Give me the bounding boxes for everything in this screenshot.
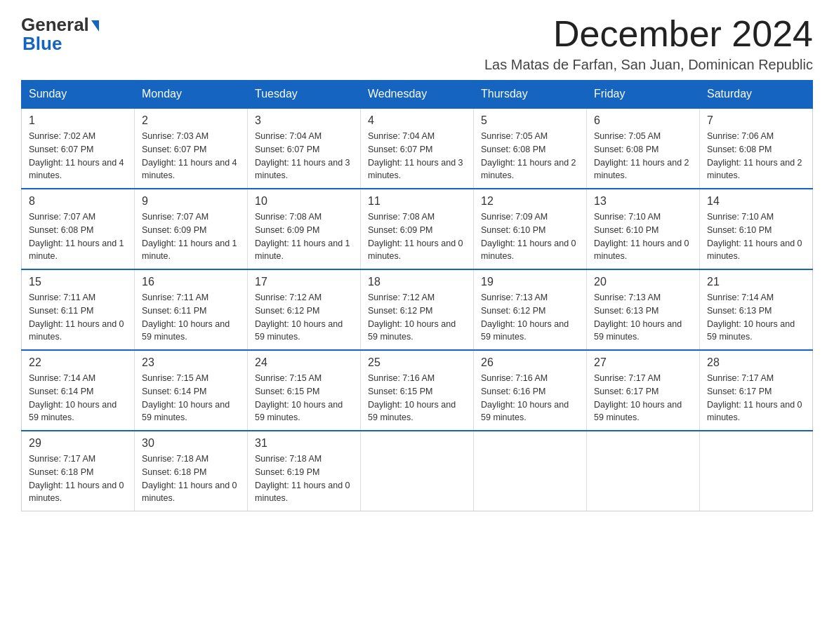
calendar-day-cell: 14 Sunrise: 7:10 AMSunset: 6:10 PMDaylig… <box>700 189 813 269</box>
calendar-day-cell: 12 Sunrise: 7:09 AMSunset: 6:10 PMDaylig… <box>474 189 587 269</box>
calendar-day-cell <box>700 431 813 511</box>
day-number: 28 <box>707 356 805 369</box>
day-number: 10 <box>255 195 353 208</box>
calendar-day-cell: 11 Sunrise: 7:08 AMSunset: 6:09 PMDaylig… <box>361 189 474 269</box>
day-number: 2 <box>142 114 240 127</box>
column-header-friday: Friday <box>587 81 700 109</box>
calendar-day-cell: 16 Sunrise: 7:11 AMSunset: 6:11 PMDaylig… <box>135 269 248 350</box>
day-info: Sunrise: 7:17 AMSunset: 6:17 PMDaylight:… <box>707 372 805 424</box>
column-header-sunday: Sunday <box>22 81 135 109</box>
day-info: Sunrise: 7:17 AMSunset: 6:18 PMDaylight:… <box>29 452 127 505</box>
calendar-day-cell: 27 Sunrise: 7:17 AMSunset: 6:17 PMDaylig… <box>587 350 700 431</box>
day-info: Sunrise: 7:02 AMSunset: 6:07 PMDaylight:… <box>29 130 127 182</box>
day-number: 4 <box>368 114 466 127</box>
day-number: 26 <box>481 356 579 369</box>
day-number: 30 <box>142 437 240 450</box>
page-title: December 2024 <box>484 14 813 54</box>
day-info: Sunrise: 7:09 AMSunset: 6:10 PMDaylight:… <box>481 210 579 263</box>
day-info: Sunrise: 7:04 AMSunset: 6:07 PMDaylight:… <box>368 130 466 182</box>
day-info: Sunrise: 7:05 AMSunset: 6:08 PMDaylight:… <box>594 130 692 182</box>
day-number: 17 <box>255 276 353 288</box>
day-info: Sunrise: 7:14 AMSunset: 6:13 PMDaylight:… <box>707 291 805 344</box>
day-number: 19 <box>481 276 579 288</box>
day-info: Sunrise: 7:16 AMSunset: 6:16 PMDaylight:… <box>481 372 579 424</box>
calendar-day-cell: 30 Sunrise: 7:18 AMSunset: 6:18 PMDaylig… <box>135 431 248 511</box>
calendar-day-cell: 9 Sunrise: 7:07 AMSunset: 6:09 PMDayligh… <box>135 189 248 269</box>
calendar-day-cell: 25 Sunrise: 7:16 AMSunset: 6:15 PMDaylig… <box>361 350 474 431</box>
calendar-day-cell: 31 Sunrise: 7:18 AMSunset: 6:19 PMDaylig… <box>248 431 361 511</box>
day-info: Sunrise: 7:06 AMSunset: 6:08 PMDaylight:… <box>707 130 805 182</box>
day-number: 21 <box>707 276 805 288</box>
header: General Blue December 2024 Las Matas de … <box>21 14 813 73</box>
day-info: Sunrise: 7:11 AMSunset: 6:11 PMDaylight:… <box>142 291 240 344</box>
day-number: 12 <box>481 195 579 208</box>
calendar-day-cell <box>474 431 587 511</box>
day-number: 11 <box>368 195 466 208</box>
day-info: Sunrise: 7:13 AMSunset: 6:12 PMDaylight:… <box>481 291 579 344</box>
calendar-day-cell: 28 Sunrise: 7:17 AMSunset: 6:17 PMDaylig… <box>700 350 813 431</box>
title-area: December 2024 Las Matas de Farfan, San J… <box>484 14 813 73</box>
day-info: Sunrise: 7:04 AMSunset: 6:07 PMDaylight:… <box>255 130 353 182</box>
day-info: Sunrise: 7:10 AMSunset: 6:10 PMDaylight:… <box>594 210 692 263</box>
column-header-monday: Monday <box>135 81 248 109</box>
day-info: Sunrise: 7:13 AMSunset: 6:13 PMDaylight:… <box>594 291 692 344</box>
day-number: 22 <box>29 356 127 369</box>
day-info: Sunrise: 7:18 AMSunset: 6:19 PMDaylight:… <box>255 452 353 505</box>
calendar-day-cell <box>587 431 700 511</box>
day-number: 18 <box>368 276 466 288</box>
day-number: 6 <box>594 114 692 127</box>
day-number: 23 <box>142 356 240 369</box>
calendar-week-row: 22 Sunrise: 7:14 AMSunset: 6:14 PMDaylig… <box>22 350 813 431</box>
day-info: Sunrise: 7:17 AMSunset: 6:17 PMDaylight:… <box>594 372 692 424</box>
day-number: 24 <box>255 356 353 369</box>
day-number: 13 <box>594 195 692 208</box>
calendar-week-row: 1 Sunrise: 7:02 AMSunset: 6:07 PMDayligh… <box>22 108 813 189</box>
calendar-day-cell: 13 Sunrise: 7:10 AMSunset: 6:10 PMDaylig… <box>587 189 700 269</box>
day-info: Sunrise: 7:08 AMSunset: 6:09 PMDaylight:… <box>255 210 353 263</box>
day-number: 29 <box>29 437 127 450</box>
calendar-day-cell: 19 Sunrise: 7:13 AMSunset: 6:12 PMDaylig… <box>474 269 587 350</box>
calendar-day-cell: 17 Sunrise: 7:12 AMSunset: 6:12 PMDaylig… <box>248 269 361 350</box>
day-number: 7 <box>707 114 805 127</box>
day-info: Sunrise: 7:07 AMSunset: 6:08 PMDaylight:… <box>29 210 127 263</box>
calendar-day-cell: 10 Sunrise: 7:08 AMSunset: 6:09 PMDaylig… <box>248 189 361 269</box>
calendar-day-cell: 24 Sunrise: 7:15 AMSunset: 6:15 PMDaylig… <box>248 350 361 431</box>
day-info: Sunrise: 7:08 AMSunset: 6:09 PMDaylight:… <box>368 210 466 263</box>
day-info: Sunrise: 7:15 AMSunset: 6:14 PMDaylight:… <box>142 372 240 424</box>
column-header-thursday: Thursday <box>474 81 587 109</box>
calendar-day-cell: 3 Sunrise: 7:04 AMSunset: 6:07 PMDayligh… <box>248 108 361 189</box>
day-info: Sunrise: 7:12 AMSunset: 6:12 PMDaylight:… <box>255 291 353 344</box>
day-info: Sunrise: 7:10 AMSunset: 6:10 PMDaylight:… <box>707 210 805 263</box>
calendar-day-cell: 7 Sunrise: 7:06 AMSunset: 6:08 PMDayligh… <box>700 108 813 189</box>
column-header-wednesday: Wednesday <box>361 81 474 109</box>
day-info: Sunrise: 7:12 AMSunset: 6:12 PMDaylight:… <box>368 291 466 344</box>
day-number: 15 <box>29 276 127 288</box>
day-info: Sunrise: 7:16 AMSunset: 6:15 PMDaylight:… <box>368 372 466 424</box>
calendar-day-cell: 20 Sunrise: 7:13 AMSunset: 6:13 PMDaylig… <box>587 269 700 350</box>
calendar-day-cell: 29 Sunrise: 7:17 AMSunset: 6:18 PMDaylig… <box>22 431 135 511</box>
day-number: 8 <box>29 195 127 208</box>
day-number: 20 <box>594 276 692 288</box>
day-info: Sunrise: 7:07 AMSunset: 6:09 PMDaylight:… <box>142 210 240 263</box>
day-number: 9 <box>142 195 240 208</box>
calendar-day-cell: 26 Sunrise: 7:16 AMSunset: 6:16 PMDaylig… <box>474 350 587 431</box>
logo-triangle-icon <box>91 20 99 32</box>
calendar-day-cell: 18 Sunrise: 7:12 AMSunset: 6:12 PMDaylig… <box>361 269 474 350</box>
calendar-day-cell: 8 Sunrise: 7:07 AMSunset: 6:08 PMDayligh… <box>22 189 135 269</box>
day-info: Sunrise: 7:15 AMSunset: 6:15 PMDaylight:… <box>255 372 353 424</box>
calendar-table: SundayMondayTuesdayWednesdayThursdayFrid… <box>21 80 813 511</box>
calendar-day-cell: 2 Sunrise: 7:03 AMSunset: 6:07 PMDayligh… <box>135 108 248 189</box>
page-subtitle: Las Matas de Farfan, San Juan, Dominican… <box>484 57 813 73</box>
day-info: Sunrise: 7:03 AMSunset: 6:07 PMDaylight:… <box>142 130 240 182</box>
calendar-day-cell <box>361 431 474 511</box>
logo-blue-text: Blue <box>22 33 62 55</box>
day-number: 3 <box>255 114 353 127</box>
day-number: 25 <box>368 356 466 369</box>
calendar-day-cell: 21 Sunrise: 7:14 AMSunset: 6:13 PMDaylig… <box>700 269 813 350</box>
calendar-day-cell: 1 Sunrise: 7:02 AMSunset: 6:07 PMDayligh… <box>22 108 135 189</box>
logo: General Blue <box>21 14 99 55</box>
calendar-day-cell: 5 Sunrise: 7:05 AMSunset: 6:08 PMDayligh… <box>474 108 587 189</box>
calendar-header-row: SundayMondayTuesdayWednesdayThursdayFrid… <box>22 81 813 109</box>
calendar-day-cell: 15 Sunrise: 7:11 AMSunset: 6:11 PMDaylig… <box>22 269 135 350</box>
calendar-day-cell: 6 Sunrise: 7:05 AMSunset: 6:08 PMDayligh… <box>587 108 700 189</box>
